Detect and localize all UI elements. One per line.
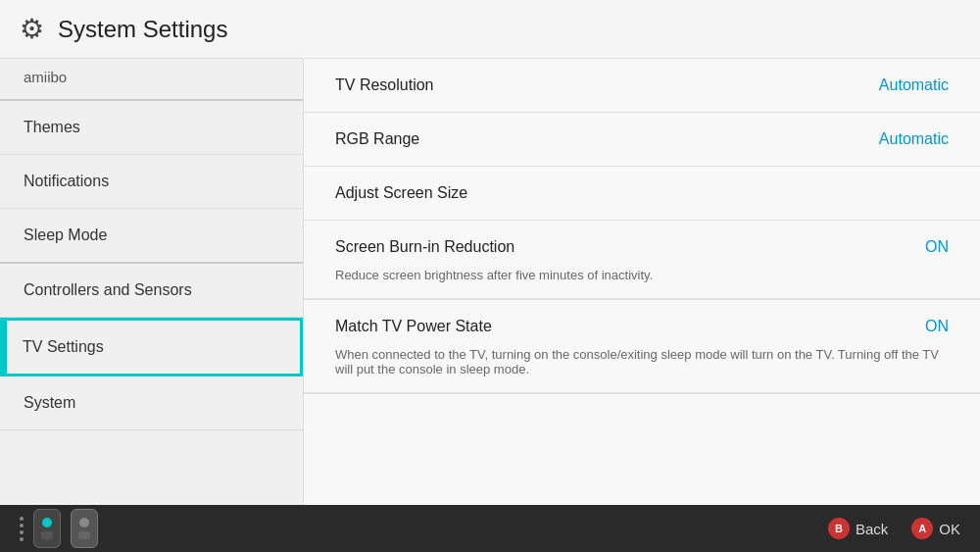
content-panel: TV Resolution Automatic RGB Range Automa… bbox=[304, 59, 980, 505]
settings-icon: ⚙ bbox=[20, 13, 44, 45]
main-layout: amiibo Themes Notifications Sleep Mode C… bbox=[0, 59, 980, 505]
back-label: Back bbox=[856, 521, 888, 537]
page-title: System Settings bbox=[58, 16, 227, 43]
back-button-hint: B Back bbox=[828, 518, 888, 539]
b-button-icon: B bbox=[828, 518, 850, 539]
adjust-screen-size-row[interactable]: Adjust Screen Size bbox=[304, 167, 980, 221]
sidebar-item-amiibo[interactable]: amiibo bbox=[0, 59, 303, 101]
controller-display bbox=[20, 509, 98, 548]
match-tv-power-group: Match TV Power State ON When connected t… bbox=[304, 300, 980, 394]
screen-burn-in-label: Screen Burn-in Reduction bbox=[335, 238, 514, 256]
grip-dots bbox=[20, 517, 24, 541]
dot-2 bbox=[20, 524, 24, 527]
header: ⚙ System Settings bbox=[0, 0, 980, 59]
rgb-range-value: Automatic bbox=[879, 130, 949, 148]
sidebar-item-notifications[interactable]: Notifications bbox=[0, 155, 303, 209]
tv-resolution-value: Automatic bbox=[879, 76, 949, 94]
screen-burn-in-description: Reduce screen brightness after five minu… bbox=[304, 260, 980, 299]
sidebar: amiibo Themes Notifications Sleep Mode C… bbox=[0, 59, 304, 505]
screen-burn-in-value: ON bbox=[925, 238, 949, 256]
ok-label: OK bbox=[939, 521, 960, 537]
dot-1 bbox=[20, 517, 24, 521]
sidebar-item-system[interactable]: System bbox=[0, 376, 303, 430]
button-hints: B Back A OK bbox=[828, 518, 960, 539]
match-tv-power-description: When connected to the TV, turning on the… bbox=[304, 339, 980, 393]
tv-resolution-label: TV Resolution bbox=[335, 76, 434, 94]
match-tv-power-row[interactable]: Match TV Power State ON bbox=[304, 300, 980, 339]
rgb-range-label: RGB Range bbox=[335, 130, 419, 148]
sidebar-item-tv-settings[interactable]: TV Settings bbox=[0, 318, 303, 376]
dot-4 bbox=[20, 537, 24, 541]
rgb-range-row[interactable]: RGB Range Automatic bbox=[304, 113, 980, 167]
sidebar-item-themes[interactable]: Themes bbox=[0, 101, 303, 155]
adjust-screen-size-label: Adjust Screen Size bbox=[335, 184, 467, 202]
screen-burn-in-group: Screen Burn-in Reduction ON Reduce scree… bbox=[304, 221, 980, 300]
bottom-bar: B Back A OK bbox=[0, 505, 980, 552]
screen-burn-in-row[interactable]: Screen Burn-in Reduction ON bbox=[304, 221, 980, 260]
sidebar-item-controllers[interactable]: Controllers and Sensors bbox=[0, 264, 303, 318]
match-tv-power-value: ON bbox=[925, 318, 949, 335]
sidebar-item-sleep-mode[interactable]: Sleep Mode bbox=[0, 209, 303, 264]
joycon-left bbox=[33, 509, 61, 548]
tv-resolution-row[interactable]: TV Resolution Automatic bbox=[304, 59, 980, 113]
ok-button-hint: A OK bbox=[911, 518, 960, 539]
joycon-right bbox=[71, 509, 98, 548]
match-tv-power-label: Match TV Power State bbox=[335, 318, 492, 335]
a-button-icon: A bbox=[911, 518, 933, 539]
dot-3 bbox=[20, 530, 24, 534]
